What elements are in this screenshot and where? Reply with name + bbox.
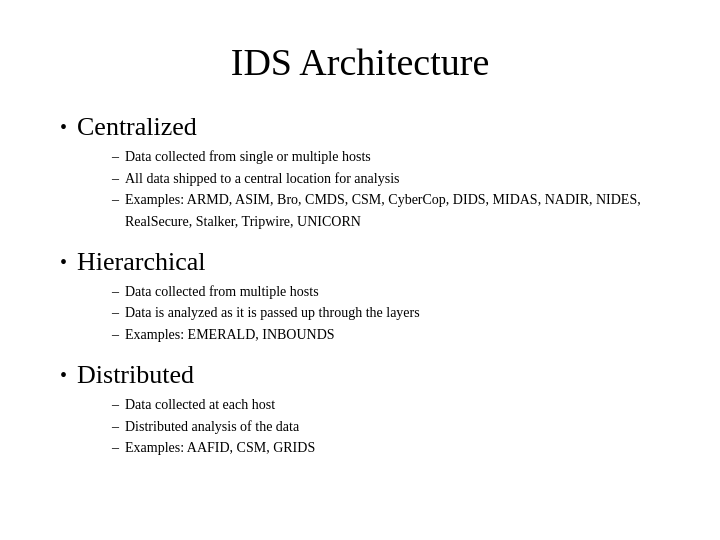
list-item-text: Data collected from single or multiple h… xyxy=(125,146,660,168)
list-item: –Examples: ARMD, ASIM, Bro, CMDS, CSM, C… xyxy=(112,189,660,232)
list-item-text: Data collected from multiple hosts xyxy=(125,281,660,303)
list-item: –Data is analyzed as it is passed up thr… xyxy=(112,302,660,324)
dash-icon: – xyxy=(112,146,119,168)
list-item: –Data collected at each host xyxy=(112,394,660,416)
list-item-text: Data collected at each host xyxy=(125,394,660,416)
list-item: –All data shipped to a central location … xyxy=(112,168,660,190)
section-label-hierarchical: Hierarchical xyxy=(77,247,205,277)
list-item-text: Examples: AAFID, CSM, GRIDS xyxy=(125,437,660,459)
sub-items-centralized: –Data collected from single or multiple … xyxy=(112,146,660,233)
dash-icon: – xyxy=(112,302,119,324)
dash-icon: – xyxy=(112,437,119,459)
list-item-text: Distributed analysis of the data xyxy=(125,416,660,438)
dash-icon: – xyxy=(112,324,119,346)
slide: IDS Architecture •Centralized–Data colle… xyxy=(0,0,720,540)
bullet-icon: • xyxy=(60,252,67,272)
dash-icon: – xyxy=(112,281,119,303)
section-header-centralized: •Centralized xyxy=(60,112,660,142)
list-item: –Examples: AAFID, CSM, GRIDS xyxy=(112,437,660,459)
slide-title: IDS Architecture xyxy=(60,40,660,84)
list-item-text: Data is analyzed as it is passed up thro… xyxy=(125,302,660,324)
bullet-icon: • xyxy=(60,117,67,137)
dash-icon: – xyxy=(112,189,119,211)
list-item: –Examples: EMERALD, INBOUNDS xyxy=(112,324,660,346)
dash-icon: – xyxy=(112,416,119,438)
sub-items-hierarchical: –Data collected from multiple hosts–Data… xyxy=(112,281,660,346)
list-item-text: Examples: EMERALD, INBOUNDS xyxy=(125,324,660,346)
dash-icon: – xyxy=(112,168,119,190)
list-item: –Data collected from single or multiple … xyxy=(112,146,660,168)
list-item-text: All data shipped to a central location f… xyxy=(125,168,660,190)
section-hierarchical: •Hierarchical–Data collected from multip… xyxy=(60,247,660,346)
bullet-icon: • xyxy=(60,365,67,385)
sub-items-distributed: –Data collected at each host–Distributed… xyxy=(112,394,660,459)
list-item: –Distributed analysis of the data xyxy=(112,416,660,438)
list-item: –Data collected from multiple hosts xyxy=(112,281,660,303)
section-label-distributed: Distributed xyxy=(77,360,194,390)
dash-icon: – xyxy=(112,394,119,416)
section-label-centralized: Centralized xyxy=(77,112,197,142)
section-centralized: •Centralized–Data collected from single … xyxy=(60,112,660,233)
section-header-distributed: •Distributed xyxy=(60,360,660,390)
list-item-text: Examples: ARMD, ASIM, Bro, CMDS, CSM, Cy… xyxy=(125,189,660,232)
section-header-hierarchical: •Hierarchical xyxy=(60,247,660,277)
section-distributed: •Distributed–Data collected at each host… xyxy=(60,360,660,459)
